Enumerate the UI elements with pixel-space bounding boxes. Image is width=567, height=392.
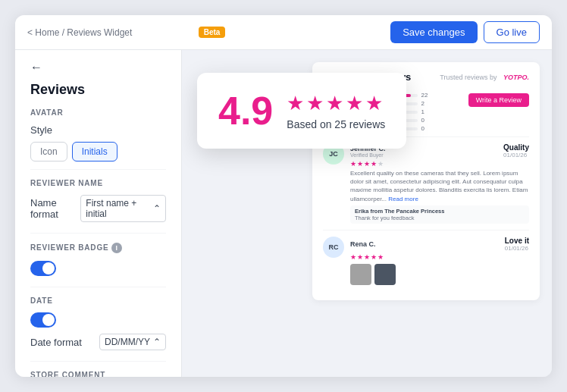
review-content-1: Jennifer C. Verified Buyer Quality 01/01… [350,143,529,224]
review-stars-1: ★★★★★ [350,160,529,168]
beta-badge: Beta [199,27,226,38]
chevron-icon-date: ⌃ [153,337,161,347]
divider-3 [30,287,166,287]
reviewer-badge-section-label: REVIEWER BADGE i [30,243,166,253]
top-bar: < Home / Reviews Widget Beta Save change… [15,15,552,50]
style-option-icon[interactable]: Icon [30,142,67,162]
back-button[interactable]: ← [30,61,166,74]
save-changes-button[interactable]: Save changes [390,21,477,43]
date-format-value: DD/MM/YY [105,337,150,347]
date-toggle[interactable] [30,312,56,328]
name-format-select[interactable]: First name + initial ⌃ [80,195,166,222]
review-stars-2: ★★★★★ [350,253,529,261]
star-2: ★ [306,92,324,115]
style-label: Style [30,124,52,136]
date-format-label: Date format [30,337,82,348]
rating-stars: ★ ★ ★ ★ ★ [287,92,385,115]
review-date-2: 01/01/26 [505,245,529,252]
review-date-1: 01/01/26 [503,152,529,158]
date-format-row: Date format DD/MM/YY ⌃ [30,331,166,353]
store-comment-section-label: STORE COMMENT [30,371,166,377]
name-format-label: Name format [30,197,80,220]
name-format-row: Name format First name + initial ⌃ [30,192,166,225]
review-title-1: Quality [503,143,529,152]
rating-right: ★ ★ ★ ★ ★ Based on 25 reviews [287,92,385,130]
verified-badge-1: Verified Buyer [350,152,386,158]
content-area: ← Reviews AVATAR Style Icon Initials REV… [15,50,552,377]
divider-4 [30,361,166,362]
star-4: ★ [346,92,363,115]
top-bar-actions: Save changes Go live [390,21,540,43]
go-live-button[interactable]: Go live [484,21,540,43]
rating-subtitle: Based on 25 reviews [287,118,385,130]
store-reply-1: Erika from The Pancake Princess Thank fo… [350,205,529,224]
date-format-select[interactable]: DD/MM/YY ⌃ [99,334,166,350]
reviewer-badge-toggle-row [30,258,166,279]
date-section-label: DATE [30,296,166,305]
preview-area: 4.9 ★ ★ ★ ★ ★ Based on 25 reviews Custom… [182,50,552,377]
sidebar: ← Reviews AVATAR Style Icon Initials REV… [15,50,182,377]
star-5: ★ [365,92,383,115]
avatar-section-label: AVATAR [30,108,166,117]
rating-floating-card: 4.9 ★ ★ ★ ★ ★ Based on 25 reviews [197,73,406,149]
review-title-2: Love it [505,237,529,245]
review-content-2: Rena C. Love it 01/01/26 ★★★★★ [350,237,529,285]
style-field-row: Style [30,121,166,139]
review-image-2 [374,264,396,285]
review-header-2: Rena C. Love it 01/01/26 [350,237,529,252]
date-toggle-row [30,309,166,331]
star-1: ★ [287,92,304,115]
style-option-initials[interactable]: Initials [72,142,117,162]
chevron-icon: ⌃ [153,203,161,214]
divider-1 [30,169,166,170]
breadcrumb: < Home / Reviews Widget [27,27,193,38]
review-text-1: Excellent quality on these cameras that … [350,169,529,203]
style-options: Icon Initials [30,142,166,162]
reviewer-badge-info-icon[interactable]: i [111,243,122,253]
review-images-2 [350,264,529,285]
star-3: ★ [326,92,343,115]
cr-trusted: Trusted reviews by YOTPO. [440,74,529,81]
sidebar-title: Reviews [30,82,166,98]
reviewer-name-section-label: REVIEWER NAME [30,179,166,187]
review-item-2: RC Rena C. Love it 01/01/26 [323,230,529,291]
divider-2 [30,233,166,234]
reviewer-name-2: Rena C. [350,240,376,248]
rating-number: 4.9 [218,88,273,133]
name-format-value: First name + initial [86,198,150,219]
reviewer-badge-toggle[interactable] [30,261,56,276]
write-review-button[interactable]: Write a Review [468,93,529,107]
review-item-1: JC Jennifer C. Verified Buyer Quality 01… [323,136,529,230]
read-more-1[interactable]: Read more [388,196,418,202]
reviewer-avatar-2: RC [323,237,344,258]
review-image-1 [350,264,371,285]
